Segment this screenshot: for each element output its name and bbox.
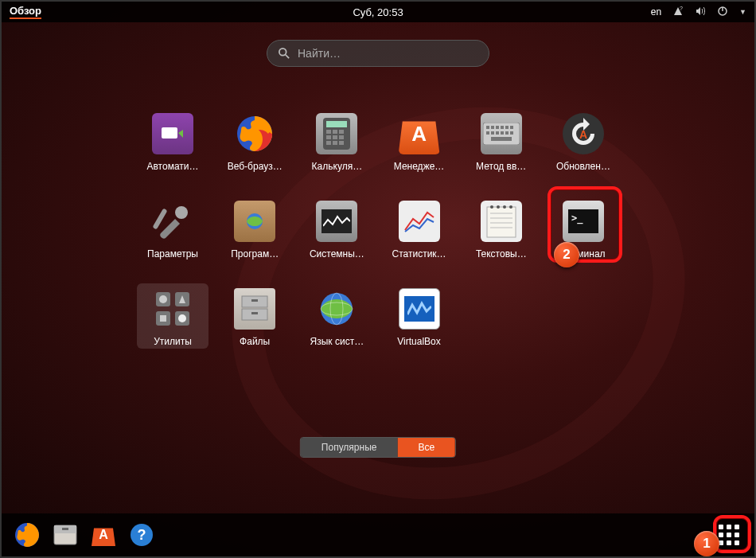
search-bar[interactable] xyxy=(267,40,489,67)
app-automation[interactable]: Автомати… xyxy=(137,108,208,174)
svg-rect-16 xyxy=(333,141,337,145)
callout-two: 2 xyxy=(554,242,579,267)
tab-all[interactable]: Все xyxy=(397,438,455,457)
app-virtualbox[interactable]: VirtualBox xyxy=(384,283,455,349)
svg-text:?: ? xyxy=(680,6,683,11)
app-calculator[interactable]: Калькуля… xyxy=(301,108,372,174)
app-label: Обновлен… xyxy=(548,161,619,172)
svg-point-41 xyxy=(490,205,493,209)
svg-line-4 xyxy=(286,55,289,58)
app-software[interactable]: Програм… xyxy=(219,196,290,261)
app-label: Утилиты xyxy=(137,336,208,347)
package-icon xyxy=(234,201,275,242)
dock-software[interactable]: A xyxy=(89,521,118,549)
app-language[interactable]: Язык сист… xyxy=(301,283,372,349)
app-label: Менедже… xyxy=(384,161,455,172)
app-utilities[interactable]: Утилиты xyxy=(137,283,208,349)
activities-button[interactable]: Обзор xyxy=(10,5,41,19)
svg-rect-62 xyxy=(62,528,68,530)
activities-overview: Автомати… Веб-брауз… Калькуля… AМенедже…… xyxy=(2,22,754,513)
svg-rect-34 xyxy=(153,208,168,229)
app-text-editor[interactable]: Текстовы… xyxy=(466,196,537,261)
app-manager[interactable]: AМенедже… xyxy=(384,108,455,174)
svg-rect-5 xyxy=(162,127,177,139)
svg-rect-11 xyxy=(339,130,344,134)
app-label: Текстовы… xyxy=(466,248,537,259)
search-icon xyxy=(279,48,290,59)
callout-one: 1 xyxy=(694,531,719,556)
svg-rect-29 xyxy=(505,131,509,135)
svg-point-42 xyxy=(497,205,500,209)
svg-rect-25 xyxy=(486,131,489,135)
volume-icon[interactable] xyxy=(695,6,706,19)
app-update[interactable]: AОбновлен… xyxy=(548,108,619,174)
dock: A ? xyxy=(2,513,754,556)
svg-rect-24 xyxy=(510,126,513,129)
svg-rect-28 xyxy=(501,131,504,135)
update-icon: A xyxy=(563,113,604,154)
search-input[interactable] xyxy=(298,47,477,60)
app-label: Калькуля… xyxy=(301,161,372,172)
svg-point-33 xyxy=(175,206,188,219)
svg-rect-21 xyxy=(496,126,499,129)
power-icon[interactable] xyxy=(717,6,728,19)
app-label: Метод вв… xyxy=(466,161,537,172)
dock-files[interactable] xyxy=(51,521,80,549)
software-bag-icon: A xyxy=(399,113,440,154)
calculator-icon xyxy=(316,113,357,154)
virtualbox-icon xyxy=(399,288,440,330)
svg-rect-30 xyxy=(510,131,513,135)
svg-rect-31 xyxy=(491,137,512,141)
wrench-screwdriver-icon xyxy=(150,199,195,244)
app-label: Язык сист… xyxy=(301,336,372,347)
app-files[interactable]: Файлы xyxy=(219,283,290,349)
file-cabinet-icon xyxy=(234,288,275,330)
view-tabs: Популярные Все xyxy=(300,437,456,458)
svg-rect-17 xyxy=(339,141,344,145)
svg-rect-12 xyxy=(326,135,331,139)
svg-text:?: ? xyxy=(138,527,146,543)
svg-point-3 xyxy=(279,49,286,56)
network-icon[interactable]: ? xyxy=(672,6,684,19)
svg-rect-20 xyxy=(491,126,494,129)
app-label: Системны… xyxy=(301,248,372,259)
svg-text:A: A xyxy=(579,128,587,141)
svg-rect-15 xyxy=(326,141,331,145)
svg-rect-14 xyxy=(339,135,344,139)
globe-icon xyxy=(314,287,359,331)
dock-help[interactable]: ? xyxy=(127,521,156,549)
svg-rect-54 xyxy=(251,299,258,302)
svg-point-44 xyxy=(509,205,512,209)
app-firefox[interactable]: Веб-брауз… xyxy=(219,108,290,174)
app-label: Автомати… xyxy=(137,161,208,172)
chevron-down-icon[interactable]: ▼ xyxy=(739,8,746,16)
notepad-icon xyxy=(481,201,522,242)
app-label: Статистик… xyxy=(384,248,455,259)
tab-frequent[interactable]: Популярные xyxy=(301,438,398,457)
dock-firefox[interactable] xyxy=(13,521,41,549)
firefox-icon xyxy=(232,111,277,156)
svg-rect-9 xyxy=(326,130,331,134)
svg-point-43 xyxy=(503,205,506,209)
chart-icon xyxy=(399,201,440,242)
app-label: Програм… xyxy=(219,248,290,259)
app-statistics[interactable]: Статистик… xyxy=(384,196,455,261)
svg-rect-13 xyxy=(333,135,337,139)
svg-point-51 xyxy=(178,314,186,322)
app-settings[interactable]: Параметры xyxy=(137,196,208,261)
app-grid: Автомати… Веб-брауз… Калькуля… AМенедже…… xyxy=(137,108,619,349)
automation-icon xyxy=(152,113,193,154)
clock[interactable]: Суб, 20:53 xyxy=(353,6,403,18)
app-label: Веб-брауз… xyxy=(219,161,290,172)
system-tray: en ? ▼ xyxy=(651,6,746,19)
svg-rect-27 xyxy=(496,131,499,135)
svg-rect-19 xyxy=(486,126,489,129)
svg-rect-26 xyxy=(491,131,494,135)
app-input-method[interactable]: Метод вв… xyxy=(466,108,537,174)
app-system-monitor[interactable]: Системны… xyxy=(301,196,372,261)
utilities-folder-icon xyxy=(150,287,195,331)
keyboard-icon xyxy=(481,113,522,154)
terminal-icon: >_ xyxy=(563,201,604,242)
keyboard-layout-indicator[interactable]: en xyxy=(651,6,661,18)
svg-rect-36 xyxy=(487,207,516,237)
